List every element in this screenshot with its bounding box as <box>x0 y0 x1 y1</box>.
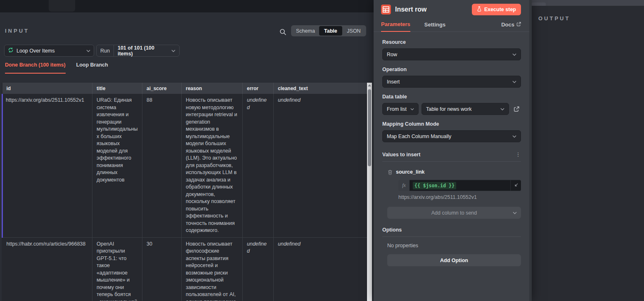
data-table-label: Data table <box>382 94 521 100</box>
input-node-name: Loop Over Items <box>17 48 86 54</box>
cell-ai-score[interactable]: 88 <box>142 94 182 237</box>
fx-toggle[interactable]: fx <box>398 180 410 191</box>
column-header-reason[interactable]: reason <box>182 83 243 94</box>
branch-tabs: Done Branch (100 items) Loop Branch <box>5 62 108 74</box>
mapping-mode-label: Mapping Column Mode <box>382 121 521 127</box>
data-table-mode-select[interactable]: From list <box>382 103 419 115</box>
chevron-down-icon <box>512 81 516 83</box>
execute-step-button[interactable]: Execute step <box>472 4 521 15</box>
tab-schema[interactable]: Schema <box>292 26 319 36</box>
loop-icon <box>8 47 14 55</box>
field-mapping-mode: Mapping Column Mode Map Each Column Manu… <box>382 121 521 142</box>
cell-cleaned-text[interactable]: undefined <box>274 237 367 301</box>
tab-settings[interactable]: Settings <box>424 22 445 31</box>
cell-ai-score[interactable]: 30 <box>142 237 182 301</box>
view-mode-switch: Schema Table JSON <box>291 25 366 36</box>
kebab-menu-icon[interactable]: ⋮ <box>515 151 521 158</box>
input-node-selector[interactable]: Loop Over Items <box>4 45 94 57</box>
chevron-down-icon <box>513 212 517 214</box>
operation-select[interactable]: Insert <box>382 76 521 88</box>
cell-reason[interactable]: Новость описывает новую методологию инте… <box>182 94 243 237</box>
field-data-table: Data table From list Table for news work <box>382 94 521 115</box>
scrollbar-thumb[interactable] <box>368 89 371 166</box>
run-label: Run <box>97 45 114 56</box>
column-header-title[interactable]: title <box>92 83 142 94</box>
scrollbar-up-arrow-icon[interactable] <box>368 84 371 86</box>
add-option-button[interactable]: Add Option <box>387 254 521 266</box>
table-header-row: id title ai_score reason error cleaned_t… <box>2 83 367 94</box>
value-column-name: source_link <box>396 169 424 175</box>
node-tabs: Parameters Settings Docs <box>374 19 529 32</box>
resource-select[interactable]: Row <box>382 48 521 60</box>
trash-icon[interactable] <box>387 167 393 177</box>
column-header-error[interactable]: error <box>243 83 274 94</box>
tab-loop-branch[interactable]: Loop Branch <box>76 62 108 74</box>
run-value: 101 of 101 (100 items) <box>114 45 171 56</box>
field-operation: Operation Insert <box>382 67 521 88</box>
column-header-cleaned-text[interactable]: cleaned_text <box>274 83 367 94</box>
expression-expand-icon[interactable] <box>510 180 521 191</box>
expression-input[interactable]: {{ $json.id }} <box>410 180 510 191</box>
value-item-source-link: source_link fx {{ $json.id }} https://ar… <box>382 167 521 219</box>
divider <box>382 236 521 237</box>
cell-title[interactable]: URaG: Единая система извлечения и генера… <box>92 94 142 237</box>
tab-table[interactable]: Table <box>319 26 342 36</box>
output-panel-title: OUTPUT <box>538 15 570 22</box>
cell-id[interactable]: https://habr.com/ru/articles/966838 <box>2 237 92 301</box>
tab-parameters[interactable]: Parameters <box>381 21 410 32</box>
chevron-down-icon <box>86 50 90 52</box>
chevron-down-icon <box>500 108 504 110</box>
tab-done-branch[interactable]: Done Branch (100 items) <box>5 62 66 74</box>
options-label: Options <box>382 227 521 233</box>
table-row: https://arxiv.org/abs/2511.10552v1 URaG:… <box>2 94 367 237</box>
divider <box>382 161 521 162</box>
table-scrollbar[interactable] <box>367 83 372 301</box>
cell-reason[interactable]: Новость описывает философские аспекты ра… <box>182 237 243 301</box>
field-options: Options No properties Add Option <box>382 227 521 266</box>
field-values-to-insert: Values to insert ⋮ source_link fx {{ <box>382 151 521 219</box>
expression-code: {{ $json.id }} <box>413 182 456 189</box>
canvas-tab <box>532 2 546 6</box>
workflow-canvas-strip-right <box>532 0 644 6</box>
input-table-container: id title ai_score reason error cleaned_t… <box>2 83 367 301</box>
field-resource: Resource Row <box>382 39 521 60</box>
chevron-down-icon <box>512 53 516 56</box>
canvas-element <box>49 0 75 12</box>
column-header-ai-score[interactable]: ai_score <box>142 83 182 94</box>
chevron-down-icon <box>512 135 516 138</box>
ndv-modal: INPUT Schema Table JSON Loop Over Items … <box>0 0 644 301</box>
table-row: https://habr.com/ru/articles/966838 Open… <box>2 237 367 301</box>
resource-label: Resource <box>382 39 521 45</box>
input-data-table: id title ai_score reason error cleaned_t… <box>2 83 367 301</box>
expression-result-preview: https://arxiv.org/abs/2511.10552v1 <box>398 194 521 200</box>
operation-label: Operation <box>382 67 521 72</box>
node-settings-panel: Insert row Execute step Parameters Setti… <box>374 0 532 301</box>
cell-id[interactable]: https://arxiv.org/abs/2511.10552v1 <box>2 94 92 237</box>
node-header: Insert row Execute step <box>374 0 529 15</box>
data-table-node-icon <box>381 5 391 14</box>
data-table-value-select[interactable]: Table for news work <box>421 103 509 115</box>
node-title: Insert row <box>395 6 472 13</box>
open-data-table-icon[interactable] <box>512 105 521 114</box>
column-header-id[interactable]: id <box>2 83 92 94</box>
output-panel: OUTPUT <box>532 6 644 301</box>
cell-error[interactable]: undefined <box>243 94 274 237</box>
run-selector[interactable]: Run 101 of 101 (100 items) <box>96 45 180 57</box>
options-empty-text: No properties <box>387 243 521 248</box>
cell-cleaned-text[interactable]: undefined <box>274 94 367 237</box>
flask-icon <box>477 6 482 13</box>
expression-field: fx {{ $json.id }} <box>398 180 521 191</box>
chevron-down-icon <box>171 45 179 56</box>
cell-title[interactable]: OpenAI приоткрыли GPT-5.1: что такое «ад… <box>92 237 142 301</box>
docs-link[interactable]: Docs <box>501 22 521 31</box>
add-column-to-send-button[interactable]: Add column to send <box>387 207 521 219</box>
chevron-down-icon <box>410 108 414 110</box>
search-icon[interactable] <box>278 27 287 36</box>
mapping-mode-select[interactable]: Map Each Column Manually <box>382 130 521 142</box>
input-panel-title: INPUT <box>5 28 29 34</box>
input-panel: INPUT Schema Table JSON Loop Over Items … <box>0 12 374 301</box>
tab-json[interactable]: JSON <box>342 26 365 36</box>
values-to-insert-label: Values to insert <box>382 152 515 158</box>
parameters-body: Resource Row Operation Insert Data table… <box>374 32 529 266</box>
cell-error[interactable]: undefined <box>243 237 274 301</box>
